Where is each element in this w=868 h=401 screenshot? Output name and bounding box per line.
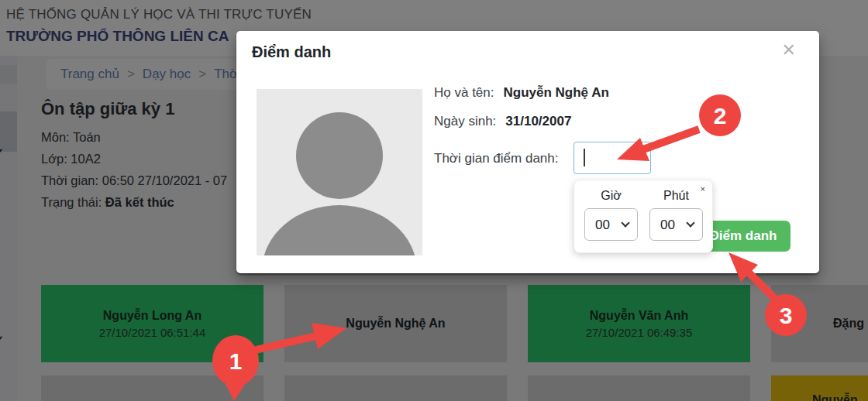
text-caret — [584, 149, 585, 166]
fullname-label: Họ và tên: — [434, 85, 494, 100]
field-fullname: Họ và tên:Nguyễn Nghệ An — [434, 85, 609, 101]
field-attendance-time: Thời gian điểm danh: — [434, 151, 558, 166]
hour-label: Giờ — [584, 189, 638, 203]
avatar-placeholder-icon — [257, 89, 422, 255]
modal-title: Điểm danh — [252, 43, 331, 61]
field-dob: Ngày sinh:31/10/2007 — [434, 114, 571, 129]
minute-label: Phút — [649, 189, 703, 203]
student-avatar — [257, 89, 422, 255]
time-picker-popup: Giờ Phút × 00 00 — [574, 180, 713, 253]
attendance-modal: Điểm danh ✕ Họ và tên:Nguyễn Nghệ An Ngà… — [236, 31, 819, 273]
fullname-value: Nguyễn Nghệ An — [504, 85, 609, 100]
close-icon[interactable]: ✕ — [782, 40, 796, 60]
minute-select[interactable]: 00 — [649, 208, 703, 241]
attendance-time-label: Thời gian điểm danh: — [434, 151, 558, 166]
attendance-time-input[interactable] — [574, 142, 651, 174]
screen: HỆ THỐNG QUẢN LÝ HỌC VÀ THI TRỰC TUYẾN T… — [0, 0, 868, 401]
picker-close-icon[interactable]: × — [701, 184, 705, 194]
dob-value: 31/10/2007 — [505, 114, 571, 129]
dob-label: Ngày sinh: — [434, 114, 496, 129]
hour-select[interactable]: 00 — [584, 208, 638, 241]
